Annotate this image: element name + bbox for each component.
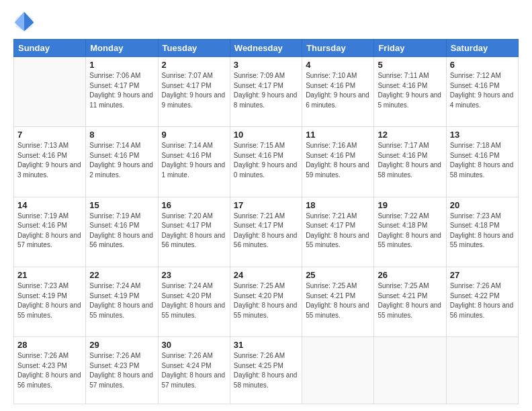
calendar-cell: 1Sunrise: 7:06 AMSunset: 4:17 PMDaylight… xyxy=(86,57,158,127)
day-number: 20 xyxy=(450,200,515,210)
calendar-cell: 3Sunrise: 7:09 AMSunset: 4:17 PMDaylight… xyxy=(230,57,302,127)
day-number: 5 xyxy=(378,60,442,70)
day-info: Sunrise: 7:24 AMSunset: 4:20 PMDaylight:… xyxy=(162,281,226,320)
calendar-cell: 2Sunrise: 7:07 AMSunset: 4:17 PMDaylight… xyxy=(158,57,230,127)
calendar-cell: 28Sunrise: 7:26 AMSunset: 4:23 PMDayligh… xyxy=(14,337,86,404)
calendar-cell xyxy=(302,337,374,404)
calendar-cell: 24Sunrise: 7:25 AMSunset: 4:20 PMDayligh… xyxy=(230,267,302,337)
page: SundayMondayTuesdayWednesdayThursdayFrid… xyxy=(0,0,532,411)
calendar-cell: 20Sunrise: 7:23 AMSunset: 4:18 PMDayligh… xyxy=(446,197,518,267)
day-info: Sunrise: 7:25 AMSunset: 4:21 PMDaylight:… xyxy=(378,281,442,320)
calendar-cell: 9Sunrise: 7:14 AMSunset: 4:16 PMDaylight… xyxy=(158,127,230,197)
calendar-cell: 13Sunrise: 7:18 AMSunset: 4:16 PMDayligh… xyxy=(446,127,518,197)
day-number: 16 xyxy=(162,200,226,210)
calendar-cell: 5Sunrise: 7:11 AMSunset: 4:16 PMDaylight… xyxy=(374,57,446,127)
calendar-cell: 4Sunrise: 7:10 AMSunset: 4:16 PMDaylight… xyxy=(302,57,374,127)
calendar-cell: 29Sunrise: 7:26 AMSunset: 4:23 PMDayligh… xyxy=(86,337,158,404)
calendar-week-1: 1Sunrise: 7:06 AMSunset: 4:17 PMDaylight… xyxy=(14,57,519,127)
calendar-cell: 12Sunrise: 7:17 AMSunset: 4:16 PMDayligh… xyxy=(374,127,446,197)
day-info: Sunrise: 7:26 AMSunset: 4:24 PMDaylight:… xyxy=(162,351,226,390)
day-info: Sunrise: 7:15 AMSunset: 4:16 PMDaylight:… xyxy=(234,141,298,180)
weekday-header-tuesday: Tuesday xyxy=(158,40,230,57)
day-info: Sunrise: 7:26 AMSunset: 4:22 PMDaylight:… xyxy=(450,281,515,320)
logo-icon xyxy=(13,11,35,32)
day-info: Sunrise: 7:10 AMSunset: 4:16 PMDaylight:… xyxy=(306,71,370,110)
day-info: Sunrise: 7:17 AMSunset: 4:16 PMDaylight:… xyxy=(378,141,442,180)
calendar-cell: 27Sunrise: 7:26 AMSunset: 4:22 PMDayligh… xyxy=(446,267,518,337)
day-info: Sunrise: 7:11 AMSunset: 4:16 PMDaylight:… xyxy=(378,71,442,110)
calendar-week-5: 28Sunrise: 7:26 AMSunset: 4:23 PMDayligh… xyxy=(14,337,519,404)
day-info: Sunrise: 7:24 AMSunset: 4:19 PMDaylight:… xyxy=(89,281,154,320)
day-number: 28 xyxy=(17,340,82,350)
day-info: Sunrise: 7:26 AMSunset: 4:23 PMDaylight:… xyxy=(17,351,82,390)
calendar-cell: 17Sunrise: 7:21 AMSunset: 4:17 PMDayligh… xyxy=(230,197,302,267)
calendar-week-2: 7Sunrise: 7:13 AMSunset: 4:16 PMDaylight… xyxy=(14,127,519,197)
day-info: Sunrise: 7:07 AMSunset: 4:17 PMDaylight:… xyxy=(162,71,226,110)
calendar-table: SundayMondayTuesdayWednesdayThursdayFrid… xyxy=(13,39,519,404)
day-info: Sunrise: 7:14 AMSunset: 4:16 PMDaylight:… xyxy=(162,141,226,180)
day-number: 25 xyxy=(306,270,370,280)
logo xyxy=(13,11,38,32)
day-number: 21 xyxy=(17,270,82,280)
day-info: Sunrise: 7:19 AMSunset: 4:16 PMDaylight:… xyxy=(89,212,154,250)
weekday-header-saturday: Saturday xyxy=(446,40,518,57)
day-number: 13 xyxy=(450,130,515,140)
calendar-cell: 23Sunrise: 7:24 AMSunset: 4:20 PMDayligh… xyxy=(158,267,230,337)
day-number: 17 xyxy=(234,200,298,210)
day-number: 10 xyxy=(234,130,298,140)
day-number: 15 xyxy=(89,200,154,210)
calendar-cell xyxy=(374,337,446,404)
day-number: 26 xyxy=(378,270,442,280)
calendar-cell: 10Sunrise: 7:15 AMSunset: 4:16 PMDayligh… xyxy=(230,127,302,197)
day-info: Sunrise: 7:09 AMSunset: 4:17 PMDaylight:… xyxy=(234,71,298,110)
calendar-cell: 6Sunrise: 7:12 AMSunset: 4:16 PMDaylight… xyxy=(446,57,518,127)
day-info: Sunrise: 7:26 AMSunset: 4:25 PMDaylight:… xyxy=(234,351,298,390)
day-number: 23 xyxy=(162,270,226,280)
day-info: Sunrise: 7:20 AMSunset: 4:17 PMDaylight:… xyxy=(162,212,226,250)
calendar-cell: 31Sunrise: 7:26 AMSunset: 4:25 PMDayligh… xyxy=(230,337,302,404)
calendar-cell: 22Sunrise: 7:24 AMSunset: 4:19 PMDayligh… xyxy=(86,267,158,337)
day-number: 22 xyxy=(89,270,154,280)
calendar-week-4: 21Sunrise: 7:23 AMSunset: 4:19 PMDayligh… xyxy=(14,267,519,337)
day-info: Sunrise: 7:16 AMSunset: 4:16 PMDaylight:… xyxy=(306,141,370,180)
day-info: Sunrise: 7:14 AMSunset: 4:16 PMDaylight:… xyxy=(89,141,154,180)
day-number: 1 xyxy=(89,60,154,70)
header xyxy=(13,11,519,32)
day-number: 2 xyxy=(162,60,226,70)
weekday-header-friday: Friday xyxy=(374,40,446,57)
calendar-cell: 16Sunrise: 7:20 AMSunset: 4:17 PMDayligh… xyxy=(158,197,230,267)
day-number: 9 xyxy=(162,130,226,140)
day-number: 18 xyxy=(306,200,370,210)
day-info: Sunrise: 7:23 AMSunset: 4:19 PMDaylight:… xyxy=(17,281,82,320)
day-info: Sunrise: 7:12 AMSunset: 4:16 PMDaylight:… xyxy=(450,71,515,110)
day-number: 12 xyxy=(378,130,442,140)
day-number: 11 xyxy=(306,130,370,140)
calendar-cell: 19Sunrise: 7:22 AMSunset: 4:18 PMDayligh… xyxy=(374,197,446,267)
day-info: Sunrise: 7:25 AMSunset: 4:21 PMDaylight:… xyxy=(306,281,370,320)
day-info: Sunrise: 7:23 AMSunset: 4:18 PMDaylight:… xyxy=(450,212,515,250)
day-number: 14 xyxy=(17,200,82,210)
calendar-cell xyxy=(14,57,86,127)
day-info: Sunrise: 7:18 AMSunset: 4:16 PMDaylight:… xyxy=(450,141,515,180)
day-info: Sunrise: 7:19 AMSunset: 4:16 PMDaylight:… xyxy=(17,212,82,250)
day-info: Sunrise: 7:22 AMSunset: 4:18 PMDaylight:… xyxy=(378,212,442,250)
day-info: Sunrise: 7:06 AMSunset: 4:17 PMDaylight:… xyxy=(89,71,154,110)
day-number: 7 xyxy=(17,130,82,140)
day-number: 31 xyxy=(234,340,298,350)
calendar-week-3: 14Sunrise: 7:19 AMSunset: 4:16 PMDayligh… xyxy=(14,197,519,267)
calendar-cell: 25Sunrise: 7:25 AMSunset: 4:21 PMDayligh… xyxy=(302,267,374,337)
weekday-header-monday: Monday xyxy=(86,40,158,57)
calendar-cell: 30Sunrise: 7:26 AMSunset: 4:24 PMDayligh… xyxy=(158,337,230,404)
weekday-header-wednesday: Wednesday xyxy=(230,40,302,57)
day-number: 4 xyxy=(306,60,370,70)
day-info: Sunrise: 7:25 AMSunset: 4:20 PMDaylight:… xyxy=(234,281,298,320)
day-number: 30 xyxy=(162,340,226,350)
weekday-header-thursday: Thursday xyxy=(302,40,374,57)
day-number: 8 xyxy=(89,130,154,140)
calendar-cell: 26Sunrise: 7:25 AMSunset: 4:21 PMDayligh… xyxy=(374,267,446,337)
calendar-cell: 11Sunrise: 7:16 AMSunset: 4:16 PMDayligh… xyxy=(302,127,374,197)
day-number: 3 xyxy=(234,60,298,70)
day-number: 6 xyxy=(450,60,515,70)
day-number: 29 xyxy=(89,340,154,350)
day-number: 19 xyxy=(378,200,442,210)
